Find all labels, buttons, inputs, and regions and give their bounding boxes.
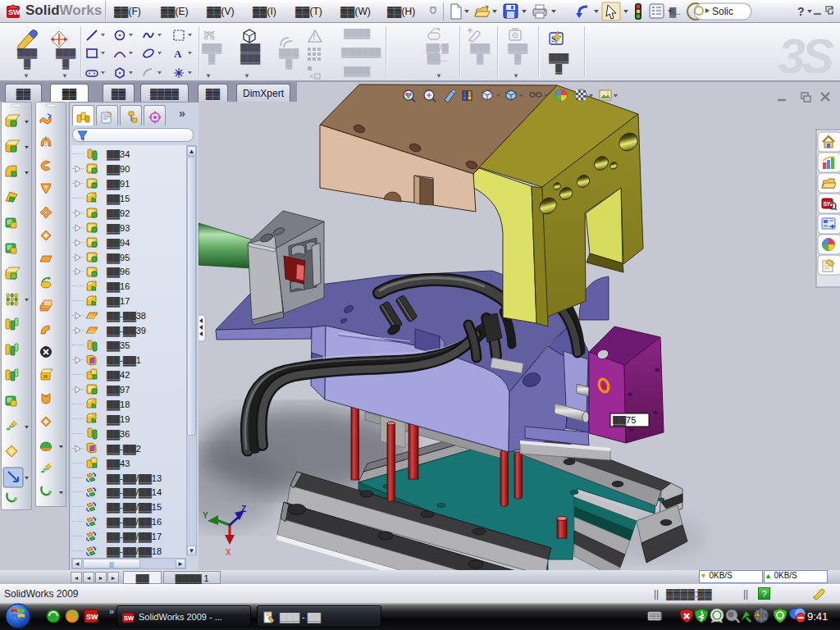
svg-text:SW: SW	[824, 201, 833, 207]
svg-text:SW: SW	[124, 614, 135, 622]
svg-text:SW: SW	[8, 8, 21, 16]
svg-text:SW: SW	[86, 613, 98, 621]
svg-text:!: !	[313, 33, 316, 42]
svg-text:»: »	[109, 606, 114, 616]
svg-text:?: ?	[797, 5, 805, 18]
svg-text:X: X	[226, 548, 231, 557]
svg-text:9:41: 9:41	[807, 610, 828, 623]
svg-text:Y: Y	[203, 511, 208, 520]
svg-text:▓▓75: ▓▓75	[613, 415, 636, 427]
svg-text:A: A	[174, 48, 182, 60]
svg-text:Z: Z	[241, 504, 246, 514]
svg-text:▓..: ▓..	[669, 7, 681, 18]
svg-text:Solic: Solic	[712, 6, 733, 17]
